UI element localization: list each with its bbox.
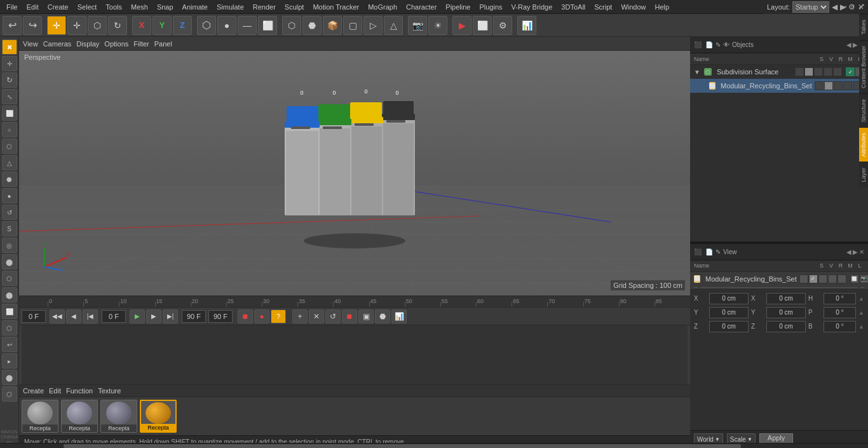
camera-btn[interactable]: 📷 bbox=[408, 16, 427, 35]
attr-header-view[interactable]: View bbox=[723, 248, 737, 255]
current-frame-input[interactable] bbox=[102, 310, 126, 323]
tool-spline[interactable]: ↺ bbox=[2, 205, 17, 220]
tab-layer[interactable]: Layer bbox=[859, 162, 868, 187]
menu-plugins[interactable]: Plugins bbox=[475, 2, 506, 12]
edge-mode-button[interactable]: — bbox=[238, 16, 257, 35]
tool-circle[interactable]: ○ bbox=[2, 122, 17, 137]
axis-y-button[interactable]: Y bbox=[153, 16, 172, 35]
menu-tools[interactable]: Tools bbox=[102, 2, 126, 12]
vp-menu-panel[interactable]: Panel bbox=[154, 40, 172, 48]
attr-b-rot[interactable] bbox=[824, 321, 856, 332]
tool-hex[interactable]: ⬡ bbox=[2, 271, 17, 286]
menu-file[interactable]: File bbox=[3, 2, 22, 12]
rewind-start-btn[interactable]: |◀ bbox=[83, 309, 98, 323]
object-mode-button[interactable]: ⬡ bbox=[197, 16, 216, 35]
help-btn[interactable]: ? bbox=[271, 309, 286, 323]
tab-attributes[interactable]: Attributes bbox=[859, 127, 868, 162]
menu-character[interactable]: Character bbox=[402, 2, 440, 12]
vp-menu-cameras[interactable]: Cameras bbox=[43, 40, 72, 48]
prev-frame-btn[interactable]: ◀◀ bbox=[50, 309, 65, 323]
frame-end-input[interactable] bbox=[182, 310, 206, 323]
vp-menu-filter[interactable]: Filter bbox=[133, 40, 149, 48]
tool-smooth[interactable]: ◎ bbox=[2, 238, 17, 253]
axis-z-button[interactable]: Z bbox=[173, 16, 192, 35]
viewport-side-btn[interactable]: ▷ bbox=[363, 16, 383, 35]
tab-structure[interactable]: Structure bbox=[859, 93, 868, 128]
layout-select[interactable]: Startup bbox=[792, 1, 829, 13]
mat-menu-texture[interactable]: Texture bbox=[98, 387, 121, 395]
frame-end2-input[interactable] bbox=[208, 310, 233, 323]
select-tool-button[interactable]: ✛ bbox=[47, 16, 66, 35]
scrollbar-thumb[interactable] bbox=[64, 444, 741, 448]
undo-button[interactable]: ↩ bbox=[3, 16, 22, 35]
attr-z-rot[interactable] bbox=[766, 321, 806, 332]
attr-header-close[interactable]: ✕ bbox=[859, 248, 864, 255]
material-1[interactable]: Recepta bbox=[22, 400, 58, 433]
render-settings-btn[interactable]: ⚙ bbox=[493, 16, 512, 35]
next-btn[interactable]: ▶ bbox=[146, 309, 161, 323]
tab-takes[interactable]: Takes bbox=[859, 14, 868, 40]
record-btn[interactable]: ⏺ bbox=[238, 309, 253, 323]
forward-end-btn[interactable]: ▶| bbox=[163, 309, 178, 323]
redo-button[interactable]: ↪ bbox=[23, 16, 42, 35]
tool-dot[interactable]: ⬤ bbox=[2, 287, 17, 302]
material-4-active[interactable]: Recepta bbox=[140, 400, 177, 433]
tool-sphere[interactable]: ⬤ bbox=[2, 370, 17, 385]
obj-col-v-1[interactable]: ✓ bbox=[804, 67, 813, 76]
tool-play[interactable]: ▸ bbox=[2, 353, 17, 369]
move-tool-button[interactable]: ✛ bbox=[67, 16, 86, 35]
vp-menu-display[interactable]: Display bbox=[76, 40, 99, 48]
menu-window[interactable]: Window bbox=[617, 2, 649, 12]
bottom-scrollbar[interactable] bbox=[0, 443, 868, 448]
render-btn[interactable]: ▶ bbox=[452, 16, 471, 35]
attr-x-rot[interactable] bbox=[766, 293, 806, 304]
motion-path-btn[interactable]: ↺ bbox=[325, 309, 341, 323]
tool-rotate[interactable]: ↻ bbox=[2, 72, 17, 88]
play-fwd-btn[interactable]: ▶ bbox=[130, 309, 145, 323]
viewport-front-btn[interactable]: ▢ bbox=[343, 16, 362, 35]
tool-bevel[interactable]: △ bbox=[2, 155, 17, 170]
motion-clip-btn[interactable]: ▣ bbox=[358, 309, 374, 323]
tool-hex2[interactable]: ⬡ bbox=[2, 320, 17, 336]
mat-menu-edit[interactable]: Edit bbox=[49, 387, 61, 395]
attr-x-pos[interactable] bbox=[709, 293, 749, 304]
menu-sculpt[interactable]: Sculpt bbox=[281, 2, 308, 12]
attr-p-rot[interactable] bbox=[824, 307, 856, 318]
mat-menu-create[interactable]: Create bbox=[23, 387, 44, 395]
tool-s[interactable]: S bbox=[2, 221, 17, 236]
obj-item-bins[interactable]: ▶ ⬜ Modular_Recycling_Bins_Set ✓ ⬜ 📷 − bbox=[690, 79, 868, 93]
tool-select[interactable]: ✖ bbox=[2, 39, 17, 55]
prev-btn[interactable]: ◀ bbox=[66, 309, 81, 323]
menu-edit[interactable]: Edit bbox=[23, 2, 43, 12]
tool-extrude[interactable]: ⬡ bbox=[2, 139, 17, 154]
keyframe-remove-btn[interactable]: ✕ bbox=[309, 309, 324, 323]
tool-rect[interactable]: ⬜ bbox=[2, 304, 17, 319]
frame-start-input[interactable] bbox=[22, 310, 46, 323]
viewport-wire-btn[interactable]: ⬣ bbox=[302, 16, 322, 35]
tool-poly[interactable]: ⬡ bbox=[2, 386, 17, 402]
attr-obj-bins[interactable]: ⬜ Modular_Recycling_Bins_Set ✓ ⬜ 📷 − bbox=[690, 272, 868, 286]
obj-header-view[interactable]: 👁 bbox=[723, 41, 729, 48]
tool-knife[interactable]: ⬣ bbox=[2, 172, 17, 187]
scale-tool-button[interactable]: ⬡ bbox=[88, 16, 107, 35]
attr-h-rot[interactable] bbox=[824, 293, 856, 304]
menu-create[interactable]: Create bbox=[44, 2, 72, 12]
obj-header-objects[interactable]: Objects bbox=[732, 41, 754, 48]
menu-animate[interactable]: Animate bbox=[179, 2, 212, 12]
layer-btn[interactable]: ⬣ bbox=[375, 309, 390, 323]
keyframe-add-btn[interactable]: + bbox=[292, 309, 308, 323]
attr-y-rot[interactable] bbox=[766, 307, 806, 318]
auto-key-btn[interactable]: ● bbox=[254, 309, 269, 323]
tool-move[interactable]: ✛ bbox=[2, 56, 17, 71]
menu-vray[interactable]: V-Ray Bridge bbox=[508, 2, 557, 12]
attr-header-file[interactable]: 📄 bbox=[705, 248, 713, 255]
menu-render[interactable]: Render bbox=[249, 2, 280, 12]
obj-header-edit[interactable]: ✎ bbox=[715, 41, 721, 48]
vp-menu-options[interactable]: Options bbox=[104, 40, 128, 48]
viewport-shading-btn[interactable]: ⬡ bbox=[282, 16, 301, 35]
material-2[interactable]: Recepta bbox=[61, 400, 98, 433]
tool-paint[interactable]: ⬤ bbox=[2, 254, 17, 269]
obj-item-subdivision[interactable]: ▼ ⬡ Subdivision Surface ✓ ✓ ✕ bbox=[690, 65, 868, 79]
light-btn[interactable]: ☀ bbox=[428, 16, 447, 35]
3d-viewport[interactable]: 0 0 0 0 Perspective bbox=[19, 51, 690, 295]
